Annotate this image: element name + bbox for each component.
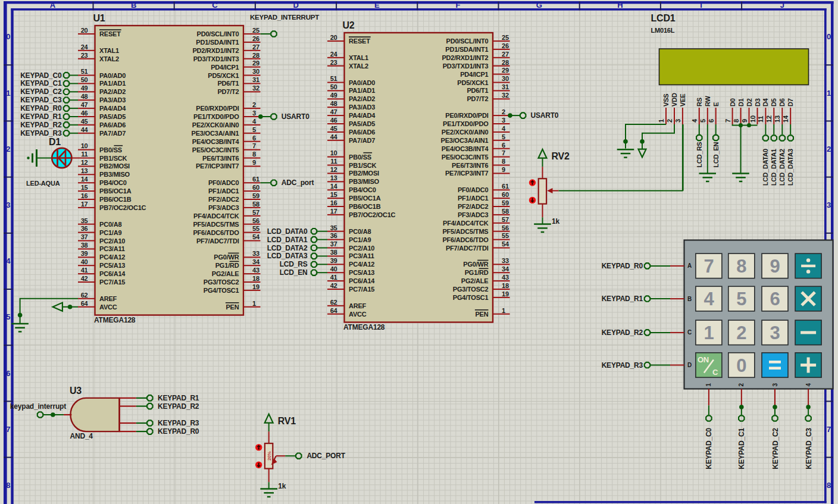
svg-text:LCD_DATA2: LCD_DATA2: [267, 244, 308, 252]
svg-text:D3: D3: [754, 98, 761, 107]
svg-text:J: J: [780, 1, 784, 10]
svg-text:KEYPAD_R3: KEYPAD_R3: [158, 419, 199, 427]
svg-text:KEYPAD_R2: KEYPAD_R2: [158, 402, 199, 411]
svg-text:PC1/A9: PC1/A9: [99, 229, 121, 236]
svg-text:51: 51: [81, 68, 88, 75]
svg-text:AREF: AREF: [99, 295, 117, 302]
svg-text:1: 1: [703, 323, 714, 343]
svg-text:26: 26: [252, 35, 259, 42]
svg-text:D5: D5: [770, 98, 777, 107]
svg-text:PD4/ICP1: PD4/ICP1: [460, 71, 488, 78]
svg-text:PF4/ADC4/TCK: PF4/ADC4/TCK: [443, 220, 489, 227]
svg-text:2: 2: [827, 145, 831, 154]
svg-text:26: 26: [502, 42, 509, 49]
svg-text:34: 34: [502, 265, 509, 273]
svg-text:56: 56: [252, 217, 259, 224]
svg-text:11: 11: [757, 116, 764, 123]
svg-text:PD2/RXD1/INT2: PD2/RXD1/INT2: [442, 54, 488, 61]
svg-text:PA7/AD7: PA7/AD7: [99, 130, 126, 137]
svg-text:PA1/AD1: PA1/AD1: [99, 80, 126, 87]
svg-text:PB7/OC2/OC1C: PB7/OC2/OC1C: [99, 204, 146, 211]
svg-text:PA4/AD4: PA4/AD4: [349, 112, 376, 119]
svg-text:31: 31: [252, 76, 259, 83]
svg-text:B: B: [131, 1, 136, 10]
svg-text:PA6/AD6: PA6/AD6: [349, 129, 375, 136]
svg-text:20%: 20%: [267, 452, 272, 461]
svg-text:45: 45: [81, 118, 88, 125]
svg-text:48: 48: [330, 100, 337, 107]
svg-text:KEYPAD_C1: KEYPAD_C1: [20, 79, 62, 87]
svg-text:64: 64: [81, 300, 89, 307]
svg-text:XTAL1: XTAL1: [349, 54, 368, 61]
svg-text:PA2/AD2: PA2/AD2: [99, 88, 126, 95]
svg-text:15: 15: [81, 184, 88, 191]
svg-text:57: 57: [252, 209, 259, 216]
svg-text:PC2/A10: PC2/A10: [349, 245, 374, 252]
svg-text:PG3/TOSC2: PG3/TOSC2: [204, 278, 239, 286]
svg-text:8: 8: [827, 481, 831, 490]
svg-text:PD6/T1: PD6/T1: [217, 80, 239, 87]
svg-text:I: I: [700, 1, 702, 10]
svg-text:41: 41: [330, 274, 337, 281]
svg-text:0: 0: [6, 32, 10, 41]
svg-text:PG2/ALE: PG2/ALE: [212, 270, 239, 277]
svg-text:PC7/A15: PC7/A15: [99, 278, 125, 286]
svg-text:PF1/ADC1: PF1/ADC1: [458, 195, 489, 202]
svg-text:D6: D6: [778, 98, 786, 107]
svg-text:PA2/AD2: PA2/AD2: [349, 95, 375, 102]
svg-text:PE2/XCK0/AIN0: PE2/XCK0/AIN0: [192, 121, 239, 129]
svg-text:3: 3: [827, 201, 831, 209]
svg-text:9: 9: [502, 166, 505, 173]
svg-text:1k: 1k: [552, 217, 559, 226]
svg-text:5: 5: [6, 312, 10, 321]
svg-text:LCD_DATA0: LCD_DATA0: [267, 227, 308, 236]
svg-text:39: 39: [81, 250, 88, 257]
svg-text:33: 33: [502, 257, 509, 264]
svg-text:7: 7: [252, 142, 256, 149]
svg-text:PD5/XCK1: PD5/XCK1: [457, 79, 488, 86]
svg-text:60: 60: [252, 184, 259, 191]
svg-text:PE7/ICP3/INT7: PE7/ICP3/INT7: [196, 162, 239, 170]
svg-text:64: 64: [330, 307, 338, 314]
svg-text:5: 5: [736, 289, 746, 309]
svg-text:6: 6: [252, 134, 256, 142]
svg-text:13: 13: [774, 115, 781, 123]
svg-text:PB6/OC1B: PB6/OC1B: [349, 203, 381, 210]
svg-text:PE4/OC3B/INT4: PE4/OC3B/INT4: [442, 145, 489, 152]
svg-text:U2: U2: [343, 20, 355, 30]
svg-text:PG2/ALE: PG2/ALE: [461, 277, 489, 284]
svg-text:LCD_DATA2: LCD_DATA2: [778, 149, 786, 186]
svg-text:PEN: PEN: [226, 303, 239, 311]
svg-text:57: 57: [502, 216, 509, 223]
svg-text:KEYPAD_R2: KEYPAD_R2: [602, 328, 643, 337]
svg-text:5: 5: [502, 133, 505, 140]
svg-text:61: 61: [252, 176, 259, 183]
svg-text:KEYPAD_R1: KEYPAD_R1: [158, 394, 199, 402]
svg-text:9: 9: [252, 159, 256, 166]
svg-text:PB1/SCK: PB1/SCK: [99, 155, 127, 162]
svg-text:17: 17: [330, 208, 337, 215]
svg-text:35: 35: [330, 224, 337, 231]
svg-text:RESET: RESET: [349, 37, 370, 45]
svg-text:PD7/T2: PD7/T2: [467, 95, 488, 102]
svg-text:PB2/MOSI: PB2/MOSI: [99, 162, 130, 170]
svg-text:23: 23: [330, 59, 337, 66]
svg-text:PD3/TXD1/INT3: PD3/TXD1/INT3: [443, 62, 489, 70]
svg-text:0: 0: [827, 32, 831, 41]
svg-text:PF1/ADC1: PF1/ADC1: [208, 187, 239, 195]
svg-text:PF5/ADC5/TMS: PF5/ADC5/TMS: [193, 221, 239, 228]
svg-text:3: 3: [770, 323, 780, 343]
svg-text:49: 49: [330, 92, 337, 99]
svg-text:14: 14: [81, 176, 89, 183]
svg-text:30: 30: [502, 75, 509, 82]
svg-text:PC3/A11: PC3/A11: [99, 245, 125, 252]
svg-text:AND_4: AND_4: [70, 432, 93, 440]
svg-text:PG0/WR: PG0/WR: [214, 253, 239, 261]
svg-text:KEYPAD_C0: KEYPAD_C0: [705, 428, 713, 469]
svg-text:LCD_EN: LCD_EN: [280, 268, 308, 277]
svg-text:PA0/AD0: PA0/AD0: [99, 72, 126, 79]
svg-text:15: 15: [330, 191, 337, 198]
svg-text:PA6/AD6: PA6/AD6: [99, 121, 126, 129]
svg-text:KEYPAD_C1: KEYPAD_C1: [737, 428, 746, 469]
svg-text:12: 12: [330, 166, 337, 173]
